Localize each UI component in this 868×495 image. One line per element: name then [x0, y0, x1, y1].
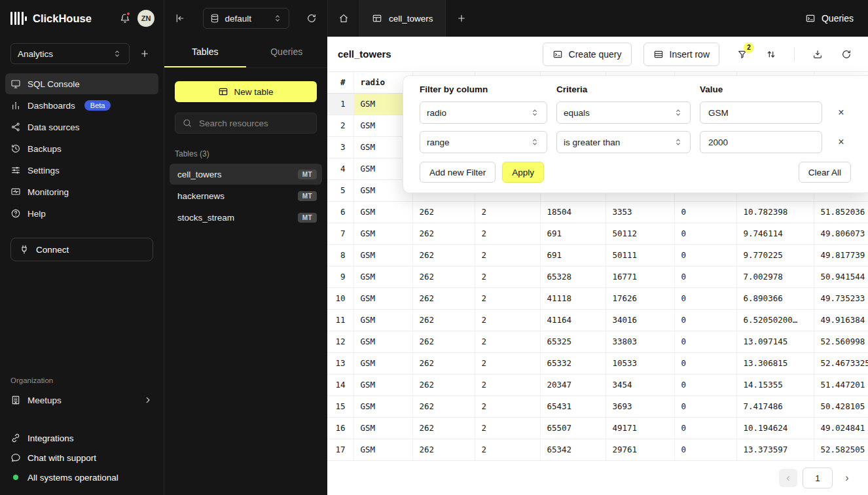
- filter-value-input[interactable]: [700, 131, 822, 153]
- table-row[interactable]: 10GSM2622411181762606.89036649.735233: [327, 287, 868, 309]
- table-cell[interactable]: GSM: [353, 417, 412, 439]
- table-cell[interactable]: 262: [412, 287, 475, 309]
- download-button[interactable]: [806, 43, 829, 65]
- search-input[interactable]: [198, 118, 310, 129]
- table-cell[interactable]: 0: [674, 395, 736, 417]
- table-cell[interactable]: 9.746114: [736, 223, 814, 244]
- table-cell[interactable]: GSM: [353, 223, 412, 244]
- table-cell[interactable]: 50.941544: [814, 266, 868, 287]
- filter-column-select[interactable]: radio: [420, 101, 547, 124]
- tab-home[interactable]: [328, 0, 359, 37]
- table-cell[interactable]: 52.582505: [814, 439, 868, 460]
- table-cell[interactable]: 691: [540, 244, 606, 266]
- table-row[interactable]: 9GSM2622653281677107.00297850.941544: [327, 266, 868, 287]
- table-cell[interactable]: 3693: [606, 395, 674, 417]
- add-new-filter-button[interactable]: Add new Filter: [420, 162, 496, 183]
- table-row[interactable]: 16GSM26226550749171010.19462449.024841: [327, 417, 868, 439]
- table-cell[interactable]: 13.373597: [736, 439, 814, 460]
- sort-button[interactable]: [760, 43, 782, 65]
- table-cell[interactable]: 262: [412, 331, 475, 352]
- table-cell[interactable]: 51.852036: [814, 201, 868, 223]
- tab-cell-towers[interactable]: cell_towers: [359, 0, 446, 37]
- table-cell[interactable]: GSM: [353, 352, 412, 374]
- queries-button[interactable]: Queries: [805, 13, 854, 24]
- notifications-bell-icon[interactable]: [120, 13, 130, 24]
- table-cell[interactable]: 262: [412, 374, 475, 395]
- table-cell[interactable]: 6.890366: [736, 287, 814, 309]
- table-cell[interactable]: 49.806073: [814, 223, 868, 244]
- filter-criteria-select[interactable]: equals: [556, 101, 691, 124]
- table-cell[interactable]: 262: [412, 201, 475, 223]
- table-cell[interactable]: 50111: [606, 244, 674, 266]
- table-cell[interactable]: 2: [475, 244, 540, 266]
- refresh-table-button[interactable]: [835, 43, 858, 65]
- table-cell[interactable]: 0: [674, 223, 736, 244]
- table-cell[interactable]: 3353: [606, 201, 674, 223]
- table-cell[interactable]: 2: [475, 374, 540, 395]
- table-cell[interactable]: 18504: [540, 201, 606, 223]
- table-cell[interactable]: 10533: [606, 352, 674, 374]
- table-cell[interactable]: GSM: [353, 309, 412, 331]
- table-cell[interactable]: 13.306815: [736, 352, 814, 374]
- table-cell[interactable]: 2: [475, 309, 540, 331]
- workspace-selector[interactable]: Analytics: [10, 43, 130, 64]
- filter-button[interactable]: 2: [731, 43, 753, 65]
- table-cell[interactable]: 262: [412, 223, 475, 244]
- table-cell[interactable]: 2: [475, 266, 540, 287]
- table-cell[interactable]: 10.194624: [736, 417, 814, 439]
- sidebar-item-settings[interactable]: Settings: [5, 160, 158, 181]
- table-cell[interactable]: 0: [674, 287, 736, 309]
- table-cell[interactable]: 9.770225: [736, 244, 814, 266]
- table-cell[interactable]: 2: [475, 223, 540, 244]
- table-cell[interactable]: GSM: [353, 201, 412, 223]
- table-cell[interactable]: 7.002978: [736, 266, 814, 287]
- remove-filter-button[interactable]: ×: [838, 137, 844, 147]
- table-list-item-hackernews[interactable]: hackernews MT: [170, 185, 322, 206]
- sidebar-item-meetups[interactable]: Meetups: [5, 390, 158, 411]
- sidebar-item-backups[interactable]: Backups: [5, 138, 158, 159]
- sidebar-item-help[interactable]: Help: [5, 203, 158, 224]
- table-cell[interactable]: 262: [412, 417, 475, 439]
- table-cell[interactable]: 0: [674, 439, 736, 460]
- table-cell[interactable]: 13.097145: [736, 331, 814, 352]
- clear-all-button[interactable]: Clear All: [799, 162, 851, 183]
- filter-criteria-select[interactable]: is greater than: [556, 131, 691, 153]
- table-row[interactable]: 8GSM26226915011109.77022549.817739: [327, 244, 868, 266]
- table-cell[interactable]: 0: [674, 417, 736, 439]
- table-cell[interactable]: 49.735233: [814, 287, 868, 309]
- table-cell[interactable]: 2: [475, 395, 540, 417]
- sidebar-item-monitoring[interactable]: Monitoring: [5, 181, 158, 202]
- sidebar-item-data-sources[interactable]: Data sources: [5, 117, 158, 138]
- filter-value-input[interactable]: [700, 101, 822, 124]
- database-selector[interactable]: default: [203, 8, 289, 29]
- table-cell[interactable]: 14.15355: [736, 374, 814, 395]
- table-row[interactable]: 15GSM262265431369307.41748650.428105: [327, 395, 868, 417]
- table-cell[interactable]: 262: [412, 244, 475, 266]
- table-cell[interactable]: 0: [674, 374, 736, 395]
- table-cell[interactable]: GSM: [353, 266, 412, 287]
- add-workspace-button[interactable]: [136, 45, 153, 62]
- table-cell[interactable]: 49.817739: [814, 244, 868, 266]
- table-cell[interactable]: 52.560998: [814, 331, 868, 352]
- table-cell[interactable]: 0: [674, 201, 736, 223]
- next-page-button[interactable]: ›: [838, 469, 856, 487]
- table-cell[interactable]: 49.024841: [814, 417, 868, 439]
- table-cell[interactable]: 0: [674, 266, 736, 287]
- new-table-button[interactable]: New table: [175, 81, 317, 102]
- table-cell[interactable]: 6.52050200…: [736, 309, 814, 331]
- table-cell[interactable]: 691: [540, 223, 606, 244]
- tab-queries[interactable]: Queries: [246, 37, 328, 67]
- table-list-item-stocks-stream[interactable]: stocks_stream MT: [170, 207, 322, 228]
- refresh-resources-button[interactable]: [306, 13, 317, 24]
- table-cell[interactable]: 65431: [540, 395, 606, 417]
- table-cell[interactable]: 262: [412, 352, 475, 374]
- tab-tables[interactable]: Tables: [164, 37, 246, 67]
- filter-column-select[interactable]: range: [420, 131, 547, 153]
- table-cell[interactable]: 65507: [540, 417, 606, 439]
- table-cell[interactable]: 50112: [606, 223, 674, 244]
- table-cell[interactable]: 16771: [606, 266, 674, 287]
- insert-row-button[interactable]: Insert row: [643, 43, 719, 66]
- table-cell[interactable]: 0: [674, 352, 736, 374]
- table-cell[interactable]: 65325: [540, 331, 606, 352]
- table-cell[interactable]: 52.4673325: [814, 352, 868, 374]
